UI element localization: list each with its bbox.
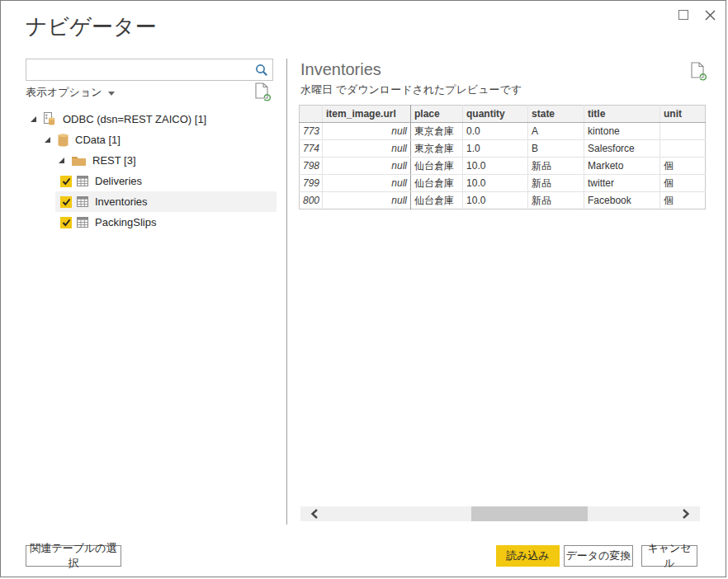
cell: 東京倉庫 (411, 123, 463, 140)
search-icon[interactable] (251, 59, 272, 80)
search-box (26, 59, 273, 81)
tree-node-table-packingslips[interactable]: PackingSlips (55, 212, 277, 233)
cell: 10.0 (463, 192, 528, 209)
tree-node-label: ODBC (dsn=REST ZAICO) [1] (63, 113, 206, 125)
cell: 新品 (528, 175, 584, 192)
cell: 仙台倉庫 (411, 192, 463, 209)
row-number: 774 (300, 140, 323, 158)
cell: 個 (660, 192, 706, 209)
cell: 仙台倉庫 (411, 175, 463, 192)
column-header: unit (660, 106, 706, 123)
cell: null (323, 140, 411, 158)
checkbox-checked-icon[interactable] (60, 176, 72, 187)
close-icon[interactable] (702, 7, 717, 22)
maximize-icon[interactable] (676, 7, 691, 22)
column-header: title (584, 106, 660, 123)
display-options-label: 表示オプション (26, 85, 102, 100)
cell: 1.0 (463, 140, 528, 158)
cell: 新品 (528, 192, 584, 209)
folder-icon (72, 155, 86, 166)
table-icon (77, 217, 88, 228)
table-row: 799 null 仙台倉庫 10.0 新品 twitter 個 (300, 175, 706, 192)
cell (660, 123, 706, 140)
cell: Marketo (584, 158, 660, 175)
cell: kintone (584, 123, 660, 140)
cell: 0.0 (463, 123, 528, 140)
cell: null (323, 175, 411, 192)
table-row: 800 null 仙台倉庫 10.0 新品 Facebook 個 (300, 192, 706, 209)
row-number: 798 (300, 158, 323, 175)
cancel-button[interactable]: キャンセル (641, 545, 697, 567)
preview-subtitle: 水曜日 でダウンロードされたプレビューです (300, 82, 522, 97)
cell: 仙台倉庫 (411, 158, 463, 175)
preview-table: item_image.url place quantity state titl… (299, 105, 706, 209)
cell (660, 140, 706, 158)
tree-node-cdata[interactable]: CData [1] (45, 129, 121, 150)
tree-expanded-icon[interactable] (31, 116, 36, 122)
column-header: state (528, 106, 584, 123)
table-row: 798 null 仙台倉庫 10.0 新品 Marketo 個 (300, 158, 706, 175)
cell: 10.0 (463, 158, 528, 175)
row-number: 773 (300, 123, 323, 140)
load-button[interactable]: 読み込み (496, 545, 560, 567)
tree-node-label: Deliveries (95, 175, 142, 187)
cell: A (528, 123, 584, 140)
cell: B (528, 140, 584, 158)
select-related-tables-button[interactable]: 関連テーブルの選択 (26, 545, 121, 567)
transform-data-button[interactable]: データの変換 (564, 545, 633, 567)
tree-node-label: REST [3] (92, 154, 136, 167)
scroll-left-icon[interactable] (309, 508, 320, 520)
dialog-title: ナビゲーター (26, 12, 156, 41)
row-number: 800 (300, 192, 323, 209)
tree-node-rest[interactable]: REST [3] (59, 150, 136, 171)
tree-expanded-icon[interactable] (45, 137, 50, 143)
database-icon (58, 134, 69, 147)
tree-node-label: CData [1] (75, 134, 121, 146)
cell: Facebook (584, 192, 660, 209)
checkbox-checked-icon[interactable] (60, 217, 72, 228)
cell: 個 (660, 175, 706, 192)
cell: Salesforce (584, 140, 660, 158)
column-header-rownum (300, 106, 323, 123)
tree-node-label: PackingSlips (95, 216, 156, 228)
chevron-down-icon (108, 92, 115, 96)
table-header-row: item_image.url place quantity state titl… (300, 106, 706, 123)
cell: 新品 (528, 158, 584, 175)
horizontal-scrollbar[interactable] (300, 506, 700, 521)
table-row: 773 null 東京倉庫 0.0 A kintone (300, 123, 706, 140)
refresh-preview-icon[interactable] (691, 62, 708, 84)
navigator-dialog: ナビゲーター 表示オプション (0, 0, 726, 577)
cell: null (323, 123, 411, 140)
odbc-driver-icon (44, 112, 56, 126)
scrollbar-thumb[interactable] (471, 506, 588, 521)
search-input[interactable] (26, 60, 251, 79)
display-options-dropdown[interactable]: 表示オプション (26, 85, 115, 100)
preview-title: Inventories (300, 60, 381, 79)
cell: 東京倉庫 (411, 140, 463, 158)
pane-divider (286, 59, 287, 525)
table-icon (77, 196, 88, 207)
scroll-right-icon[interactable] (680, 508, 692, 520)
tree-expanded-icon[interactable] (59, 158, 64, 163)
column-header: item_image.url (323, 106, 411, 123)
cell: twitter (584, 175, 660, 192)
tree-node-table-inventories[interactable]: Inventories (55, 191, 277, 212)
refresh-preview-icon[interactable] (255, 82, 272, 105)
column-header: quantity (463, 106, 528, 123)
table-row: 774 null 東京倉庫 1.0 B Salesforce (300, 140, 706, 158)
tree-node-odbc[interactable]: ODBC (dsn=REST ZAICO) [1] (31, 109, 206, 129)
cell: 個 (660, 158, 706, 175)
tree-node-table-deliveries[interactable]: Deliveries (55, 171, 277, 191)
row-number: 799 (300, 175, 323, 192)
column-header: place (411, 106, 463, 123)
cell: null (323, 158, 411, 175)
cell: null (323, 192, 411, 209)
table-icon (77, 176, 88, 186)
tree-node-label: Inventories (95, 195, 148, 208)
checkbox-checked-icon[interactable] (60, 196, 72, 208)
cell: 10.0 (463, 175, 528, 192)
